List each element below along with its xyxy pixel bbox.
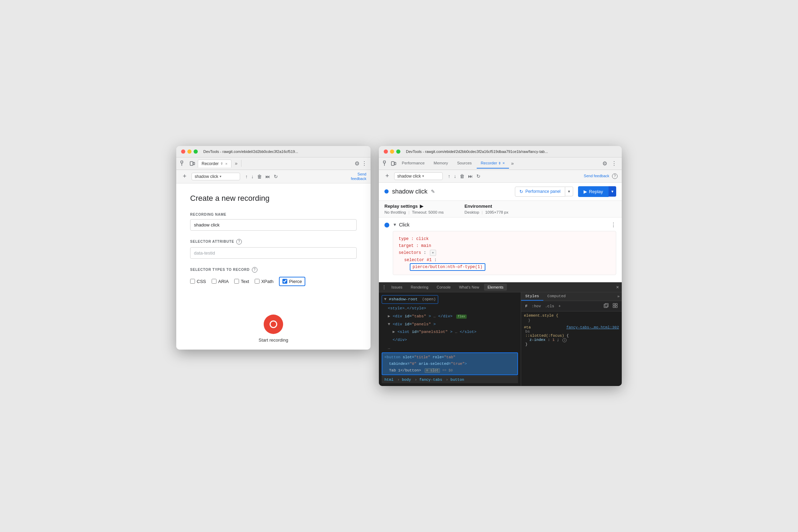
left-titlebar: DevTools - rawgit.com/ebidel/2d2bb0cdec3…	[176, 146, 371, 157]
settings-icon-left[interactable]: ⚙	[355, 160, 359, 167]
tab-whats-new[interactable]: What's New	[456, 284, 483, 291]
tab-console[interactable]: Console	[433, 284, 454, 291]
close-bottom-panel[interactable]: ×	[616, 284, 619, 290]
add-recording-button-left[interactable]: +	[180, 172, 189, 181]
toolbar-separator	[241, 160, 241, 167]
filter-f[interactable]: F	[524, 303, 529, 309]
breadcrumb-html[interactable]: html	[384, 378, 393, 382]
export-icon[interactable]: ↑	[244, 173, 249, 180]
import-icon-right[interactable]: ↓	[453, 172, 457, 180]
tab-rendering[interactable]: Rendering	[407, 284, 432, 291]
checkbox-xpath[interactable]: XPath	[255, 279, 273, 284]
close-button-left[interactable]	[181, 149, 185, 154]
loop-icon[interactable]: ↻	[273, 173, 279, 180]
step-expand-arrow[interactable]: ▼	[393, 222, 397, 227]
send-feedback-link-left[interactable]: Sendfeedback	[351, 172, 366, 181]
pierce-label: Pierce	[289, 279, 302, 284]
element-style-rule: element.style { }	[524, 314, 619, 323]
maximize-button-left[interactable]	[194, 149, 198, 154]
recording-selector-left[interactable]: shadow click ▾	[192, 173, 240, 180]
tab-recorder[interactable]: Recorder 🎙 ×	[477, 158, 509, 169]
button-element-selected[interactable]: <button slot="title" role="tab" tabindex…	[382, 352, 518, 375]
delete-icon[interactable]: 🗑	[256, 173, 263, 180]
settings-icon-right[interactable]: ⚙	[600, 157, 609, 170]
tab-styles[interactable]: Styles	[521, 292, 543, 301]
tab-computed[interactable]: Computed	[543, 292, 570, 301]
filter-cls[interactable]: .cls	[544, 303, 555, 309]
perf-panel-dropdown[interactable]: ▾	[565, 187, 573, 196]
inspector-icon-right[interactable]	[382, 160, 389, 167]
ta-selector: #ta	[524, 325, 531, 329]
performance-panel-button[interactable]: ↻ Performance panel	[515, 187, 565, 197]
loop-icon-right[interactable]: ↻	[475, 172, 482, 180]
replay-button[interactable]: ▶ Replay	[578, 186, 609, 197]
tab-memory[interactable]: Memory	[430, 158, 452, 169]
recording-selector-right[interactable]: shadow click ▾	[394, 172, 443, 180]
tabs-more-left[interactable]: »	[235, 161, 238, 166]
replay-icon: ▶	[584, 189, 587, 194]
replay-dropdown[interactable]: ▾	[609, 186, 616, 197]
selector-attr-help-icon[interactable]: ?	[236, 239, 242, 244]
pierce-checkbox[interactable]	[282, 279, 287, 284]
recorder-tab-close[interactable]: ×	[225, 162, 227, 166]
grid-style[interactable]	[611, 302, 619, 310]
more-options-icon-left[interactable]: ⋮	[362, 160, 367, 167]
tab-issues[interactable]: Issues	[388, 284, 406, 291]
tabs-div-line[interactable]: ▶ <div id="tabs" > … </div> flex	[382, 312, 518, 320]
style-line[interactable]: <style>…</style>	[382, 304, 518, 312]
recorder-tab-left[interactable]: Recorder 🎙 ×	[198, 160, 231, 168]
filter-hov[interactable]: :hov	[530, 303, 542, 309]
recording-actions-right: ↑ ↓ 🗑 ⏭ ↻	[447, 172, 482, 180]
xpath-checkbox[interactable]	[255, 279, 260, 284]
start-recording-button[interactable]	[264, 315, 283, 334]
selector-attribute-input[interactable]	[190, 247, 357, 259]
replay-settings-details: No throttling | Timeout: 5000 ms	[384, 210, 444, 214]
step-more-icon[interactable]: ⋮	[611, 222, 616, 228]
help-icon-right[interactable]: ?	[612, 173, 618, 179]
selector-types-help-icon[interactable]: ?	[252, 267, 257, 273]
styles-more[interactable]: »	[615, 292, 622, 301]
inspector-icon[interactable]	[180, 160, 187, 167]
tab-sources[interactable]: Sources	[453, 158, 476, 169]
tab-elements[interactable]: Elements	[484, 284, 507, 291]
import-icon[interactable]: ↓	[250, 173, 255, 180]
delete-icon-right[interactable]: 🗑	[459, 172, 466, 180]
edit-recording-name-icon[interactable]: ✎	[431, 189, 435, 194]
recorder-tab-label: Recorder	[202, 161, 219, 166]
bottom-panel-dots[interactable]: ⋮	[382, 284, 387, 290]
breadcrumb-fancy-tabs[interactable]: fancy-tabs	[419, 378, 442, 382]
info-icon[interactable]: i	[562, 338, 567, 342]
device-mode-icon-right[interactable]	[390, 160, 397, 167]
add-recording-button-right[interactable]: +	[383, 172, 391, 180]
tabs-more-right[interactable]: »	[510, 158, 515, 169]
breadcrumb-body[interactable]: body	[402, 378, 411, 382]
left-devtools-window: DevTools - rawgit.com/ebidel/2d2bb0cdec3…	[176, 146, 371, 350]
copy-style[interactable]	[602, 302, 610, 310]
minimize-button-right[interactable]	[390, 149, 394, 154]
send-feedback-link-right[interactable]: Send feedback	[584, 174, 609, 178]
export-icon-right[interactable]: ↑	[447, 172, 451, 180]
breadcrumb-button[interactable]: button	[450, 378, 464, 382]
checkbox-css[interactable]: CSS	[190, 279, 206, 284]
text-checkbox[interactable]	[234, 279, 239, 284]
device-mode-icon[interactable]	[189, 160, 196, 167]
maximize-button-right[interactable]	[396, 149, 400, 154]
panels-div-line[interactable]: ▼ <div id="panels" >	[382, 320, 518, 328]
step-over-icon[interactable]: ⏭	[264, 173, 271, 180]
recording-name-input[interactable]	[190, 219, 357, 231]
rule-closing: }	[524, 342, 619, 346]
selector-types-label: SELECTOR TYPES TO RECORD	[190, 268, 250, 272]
ta-source[interactable]: fancy-tabs-…mo.html:302	[566, 325, 619, 329]
minimize-button-left[interactable]	[187, 149, 192, 154]
close-button-right[interactable]	[384, 149, 388, 154]
tab-performance[interactable]: Performance	[398, 158, 429, 169]
checkbox-aria[interactable]: ARIA	[212, 279, 229, 284]
css-checkbox[interactable]	[190, 279, 195, 284]
step-over-icon-right[interactable]: ⏭	[467, 172, 474, 180]
panels-slot-line[interactable]: ▶ <slot id="panelsSlot" > … </slot>	[382, 328, 518, 336]
checkbox-pierce[interactable]: Pierce	[279, 277, 305, 286]
more-options-icon-right[interactable]: ⋮	[610, 157, 618, 170]
checkbox-text[interactable]: Text	[234, 279, 249, 284]
aria-checkbox[interactable]	[212, 279, 217, 284]
add-style[interactable]: +	[557, 303, 562, 309]
